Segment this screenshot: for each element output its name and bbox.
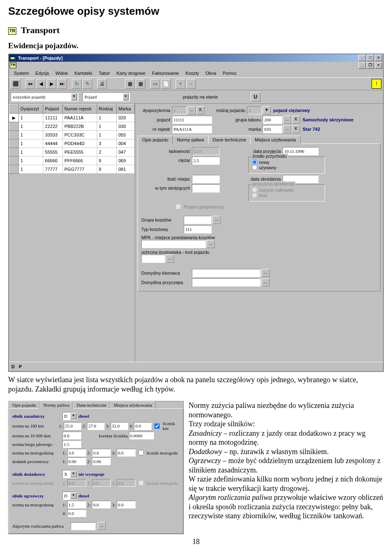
s3-motog-1[interactable]: 1.5 bbox=[67, 501, 86, 508]
ochrona-lookup[interactable]: ... bbox=[166, 255, 174, 263]
filter-vehicles-combo[interactable]: ▼ bbox=[11, 92, 78, 101]
filter-type-input[interactable] bbox=[84, 94, 123, 100]
s2-type-combo[interactable]: X▼ bbox=[62, 470, 77, 478]
col-marka[interactable]: Marka bbox=[116, 104, 134, 114]
przyczepa-lookup[interactable]: ... bbox=[261, 278, 270, 287]
grupa-taboru-field[interactable]: 200 bbox=[263, 116, 282, 124]
licznik-km-check[interactable]: licznik km bbox=[153, 421, 180, 431]
radio-uzywany[interactable]: używany bbox=[252, 165, 321, 170]
alg-field[interactable] bbox=[71, 522, 96, 530]
menu-system[interactable]: System bbox=[11, 70, 32, 76]
n10000-field[interactable]: 0.0 bbox=[62, 432, 81, 439]
pojazd-field[interactable]: 11111 bbox=[172, 116, 212, 124]
table-row[interactable]: 144444PDD444D3004 bbox=[9, 139, 135, 148]
motog-2[interactable]: 0.0 bbox=[92, 449, 111, 457]
calendar2-button[interactable]: ▦ bbox=[136, 79, 145, 89]
radio-nowy[interactable]: nowy bbox=[252, 159, 321, 165]
siedzacych-field[interactable] bbox=[192, 184, 220, 193]
table-row[interactable]: 133333PCC333C1055 bbox=[9, 131, 135, 139]
marka-lookup-button[interactable]: ... bbox=[283, 125, 291, 133]
filter-u-button[interactable]: U bbox=[251, 92, 261, 102]
table-row[interactable]: 122222PBB222B1030 bbox=[9, 122, 135, 131]
grupa-kosztow-field[interactable] bbox=[184, 216, 212, 224]
s3-type-combo[interactable]: D▼ bbox=[62, 492, 77, 500]
menu-pomoc[interactable]: Pomoc bbox=[220, 70, 240, 76]
tab-opis[interactable]: Opis pojazdu bbox=[138, 136, 173, 144]
mpk-field[interactable] bbox=[141, 240, 206, 248]
inner-restore-button[interactable]: ❐ bbox=[367, 62, 374, 69]
col-pojazd[interactable]: Pojazd bbox=[43, 104, 62, 114]
motog-3[interactable]: 0.0 bbox=[117, 449, 136, 457]
table-row[interactable]: ▶111111PAA111A1020 bbox=[9, 114, 135, 122]
chevron-down-icon[interactable]: ▼ bbox=[71, 93, 77, 101]
menu-karty-drogowe[interactable]: Karty drogowe bbox=[113, 70, 149, 76]
n100-1[interactable]: 25.0 bbox=[64, 422, 81, 430]
menu-okna[interactable]: Okna bbox=[202, 70, 219, 76]
col-numer[interactable]: Numer rejestr bbox=[62, 104, 97, 114]
ciezar-field[interactable]: 2.5 bbox=[192, 157, 220, 165]
kierowca-lookup[interactable]: ... bbox=[261, 269, 270, 277]
norms-tab-dane[interactable]: Dane techniczne bbox=[73, 401, 110, 409]
typ-kosztowy-field[interactable]: 111 bbox=[184, 225, 212, 233]
warning-icon[interactable]: ! bbox=[372, 79, 381, 89]
doc-button[interactable]: 📄 bbox=[161, 79, 171, 89]
refresh-button[interactable]: ↻ bbox=[72, 79, 82, 89]
bieg-field[interactable]: 1.5 bbox=[62, 440, 81, 448]
grupa-lookup-button[interactable]: ... bbox=[283, 116, 291, 124]
filter-type-combo[interactable]: ▼ bbox=[82, 92, 130, 101]
maximize-button[interactable]: □ bbox=[367, 55, 374, 61]
marka-field[interactable]: 020 bbox=[263, 125, 282, 133]
alg-lookup[interactable]: ... bbox=[98, 522, 106, 530]
tab-dane[interactable]: Dane techniczne bbox=[208, 136, 251, 144]
door-icon[interactable]: ⬛ bbox=[11, 79, 20, 89]
print-button[interactable]: 🖨 bbox=[97, 79, 107, 89]
s3-motog-4[interactable]: 0.0 bbox=[67, 509, 86, 517]
norms-tab-miejsca[interactable]: Miejsca użytkowania bbox=[110, 401, 156, 409]
przyczepa-field[interactable] bbox=[192, 278, 261, 287]
nav-next-button[interactable]: ▶ bbox=[47, 79, 56, 89]
marka-k-button[interactable]: K bbox=[292, 125, 300, 133]
dyspozytornia-lookup-button[interactable]: ... bbox=[187, 106, 196, 114]
table-row[interactable]: 155555PEE55552047 bbox=[9, 148, 135, 157]
inner-close-button[interactable]: × bbox=[375, 62, 382, 69]
s3-motog-3[interactable]: 0.0 bbox=[117, 501, 136, 508]
tab-miejsca[interactable]: Miejsca użytkowania bbox=[250, 136, 301, 144]
menu-edycja[interactable]: Edycja bbox=[32, 70, 52, 76]
n100-4[interactable]: 0.0 bbox=[134, 422, 151, 430]
card-button[interactable]: ▭ bbox=[150, 79, 160, 89]
ochrona-field[interactable] bbox=[141, 255, 165, 263]
rodzaj-drop-button[interactable]: ▼ bbox=[263, 106, 271, 114]
chevron-down-icon[interactable]: ▼ bbox=[123, 93, 129, 101]
nav-last-button[interactable]: ⏭ bbox=[57, 79, 67, 89]
nr-rejestr-field[interactable]: PAA111A bbox=[172, 125, 212, 133]
s3-motog-2[interactable]: 0.0 bbox=[92, 501, 111, 508]
vehicle-grid[interactable]: Dyspozyt Pojazd Numer rejestr Rodzaj Mar… bbox=[9, 104, 135, 174]
menu-tabor[interactable]: Tabor bbox=[96, 70, 114, 76]
nav-first-button[interactable]: ⏮ bbox=[25, 79, 35, 89]
col-dyspozyt[interactable]: Dyspozyt bbox=[19, 104, 43, 114]
table-row[interactable]: 177777PGG77779081 bbox=[9, 165, 135, 174]
inner-minimize-button[interactable]: _ bbox=[359, 62, 366, 69]
s1-type-combo[interactable]: D▼ bbox=[62, 412, 77, 420]
korekta-field[interactable]: 0.0000 bbox=[129, 432, 154, 439]
menu-kartoteki[interactable]: Kartoteki bbox=[71, 70, 95, 76]
calendar1-button[interactable]: ▦ bbox=[125, 79, 135, 89]
n100-3[interactable]: 32.0 bbox=[111, 422, 128, 430]
data-przyjecia-field[interactable]: 10.11.1996 bbox=[283, 147, 318, 155]
mpk-lookup[interactable]: ... bbox=[207, 240, 215, 248]
tab-normy[interactable]: Normy paliwa bbox=[172, 136, 209, 144]
ilosc-miejsc-field[interactable] bbox=[192, 175, 220, 183]
menu-koszty[interactable]: Koszty bbox=[182, 70, 202, 76]
dyspozytornia-k-button[interactable]: K bbox=[196, 106, 205, 114]
close-button[interactable]: × bbox=[375, 55, 382, 61]
remove-button[interactable]: − bbox=[186, 79, 196, 89]
n100-2[interactable]: 27.0 bbox=[87, 422, 105, 430]
table-row[interactable]: 166666PFF66669069 bbox=[9, 157, 135, 165]
licznik-motog-check[interactable]: licznik motogodz bbox=[137, 449, 178, 457]
menu-widok[interactable]: Widok bbox=[52, 70, 71, 76]
edit-button[interactable]: ✎ bbox=[82, 79, 92, 89]
kierowca-field[interactable] bbox=[192, 269, 261, 277]
filter-vehicles-input[interactable] bbox=[12, 94, 71, 100]
proc-2[interactable]: 0.00 bbox=[92, 457, 111, 465]
norms-tab-opis[interactable]: Opis pojazdu bbox=[9, 401, 40, 409]
